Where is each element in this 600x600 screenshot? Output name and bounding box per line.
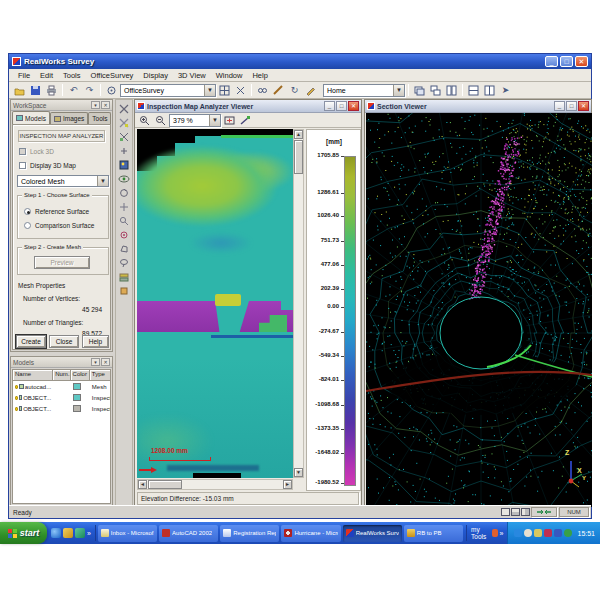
task-inbox[interactable]: Inbox - Microsof... [98, 525, 157, 542]
table-row[interactable]: autocad... Mesh [13, 381, 110, 392]
viewer-close-icon[interactable]: ✕ [348, 101, 359, 111]
col-type[interactable]: Type [90, 370, 110, 380]
mytools-toolbar[interactable]: my Tools » [466, 525, 507, 541]
edit-pen-icon[interactable] [303, 83, 318, 97]
task-autocad[interactable]: AutoCAD 2002 [159, 525, 218, 542]
open-icon[interactable] [12, 83, 27, 97]
quick-launch-overflow-icon[interactable]: » [87, 530, 91, 537]
preview-button[interactable]: Preview [34, 256, 90, 269]
cascade-windows-icon[interactable] [428, 83, 443, 97]
tab-tools[interactable]: Tools [88, 112, 111, 124]
viewer-close-icon[interactable]: ✕ [578, 101, 589, 111]
measure-map-icon[interactable] [238, 113, 253, 127]
start-button[interactable]: start [0, 522, 47, 544]
scroll-right-icon[interactable]: ► [283, 480, 292, 489]
view-combobox[interactable]: Home ▼ [323, 84, 405, 97]
print-icon[interactable] [44, 83, 59, 97]
new-window-icon[interactable] [412, 83, 427, 97]
measure-icon[interactable] [271, 83, 286, 97]
link-icon[interactable] [255, 83, 270, 97]
chevron-down-icon[interactable]: ▼ [393, 85, 404, 96]
tray-volume-icon[interactable] [524, 529, 532, 537]
split-horizontal-icon[interactable] [466, 83, 481, 97]
tray-network-icon[interactable] [514, 529, 522, 537]
tray-update-icon[interactable] [534, 529, 542, 537]
title-bar[interactable]: RealWorks Survey _ □ ✕ [9, 54, 591, 69]
image-tool-icon[interactable] [117, 158, 131, 171]
scroll-up-icon[interactable]: ▲ [294, 130, 303, 139]
horizontal-scroll-thumb[interactable] [148, 480, 182, 489]
officesurvey-combobox[interactable]: OfficeSurvey ▼ [120, 84, 216, 97]
horizontal-scrollbar[interactable]: ◄ ► [137, 479, 293, 490]
minimize-button[interactable]: _ [545, 56, 558, 67]
close-button[interactable]: ✕ [575, 56, 588, 67]
reference-surface-radio[interactable] [24, 208, 31, 215]
tray-antivirus-icon[interactable] [544, 529, 552, 537]
menu-window[interactable]: Window [211, 71, 248, 80]
maximize-button[interactable]: □ [560, 56, 573, 67]
display3dmap-checkbox[interactable] [19, 162, 26, 169]
undo-icon[interactable]: ↶ [66, 83, 81, 97]
rotate-view-icon[interactable] [117, 186, 131, 199]
chevron-down-icon[interactable]: ▼ [204, 85, 215, 96]
box-tool-icon[interactable] [117, 284, 131, 297]
layout-split-icon[interactable] [511, 508, 520, 516]
viewer-minimize-icon[interactable]: _ [324, 101, 335, 111]
chevron-down-icon[interactable]: ▼ [97, 176, 108, 186]
tray-shield-icon[interactable] [564, 529, 572, 537]
layout-single-icon[interactable] [501, 508, 510, 516]
segment-keep-icon[interactable] [117, 116, 131, 129]
sync-views-icon[interactable] [531, 507, 557, 517]
workspace-panel-titlebar[interactable]: WorkSpace ▾ ✕ [11, 100, 112, 111]
table-row[interactable]: OBJECT... Inspectio [13, 403, 110, 414]
tile-windows-icon[interactable] [444, 83, 459, 97]
scroll-left-icon[interactable]: ◄ [138, 480, 147, 489]
create-button[interactable]: Create [16, 335, 46, 348]
scroll-down-icon[interactable]: ▼ [294, 468, 303, 477]
grid-icon[interactable] [217, 83, 232, 97]
save-icon[interactable] [28, 83, 43, 97]
help-pointer-icon[interactable]: ➤ [498, 83, 513, 97]
col-num[interactable]: Num... [53, 370, 70, 380]
fit-view-icon[interactable] [222, 113, 237, 127]
task-rb-to-pb[interactable]: RB to PB [404, 525, 463, 542]
zoom-view-icon[interactable] [117, 214, 131, 227]
segment-out-icon[interactable] [117, 144, 131, 157]
polygon-tool-icon[interactable] [117, 242, 131, 255]
vertical-scroll-thumb[interactable] [294, 140, 303, 174]
models-panel-titlebar[interactable]: Models ▾ ✕ [11, 357, 112, 368]
visibility-bulb-icon[interactable] [15, 396, 18, 400]
close-mesh-button[interactable]: Close [49, 335, 79, 348]
tray-display-icon[interactable] [554, 529, 562, 537]
elevation-map-canvas[interactable]: 1208.00 mm [137, 129, 293, 478]
tab-models[interactable]: Models [12, 111, 50, 124]
help-button[interactable]: Help [82, 335, 109, 348]
segment-in-icon[interactable] [117, 130, 131, 143]
target-icon[interactable] [104, 83, 119, 97]
visibility-bulb-icon[interactable] [15, 407, 18, 411]
eye-view-icon[interactable] [117, 172, 131, 185]
col-color[interactable]: Color [71, 370, 90, 380]
desktop-icon[interactable] [63, 528, 73, 538]
chevron-down-icon[interactable]: ▼ [209, 115, 220, 126]
layers-tool-icon[interactable] [117, 270, 131, 283]
col-name[interactable]: Name [13, 370, 53, 380]
map-viewer-titlebar[interactable]: Inspection Map Analyzer Viewer _ □ ✕ [135, 100, 361, 113]
task-realworks[interactable]: RealWorks Survey [343, 525, 402, 542]
viewer-minimize-icon[interactable]: _ [554, 101, 565, 111]
zoom-level-combobox[interactable]: 379 % ▼ [169, 114, 221, 127]
lasso-tool-icon[interactable] [117, 256, 131, 269]
menu-help[interactable]: Help [247, 71, 272, 80]
panel-close-icon[interactable]: ✕ [101, 358, 110, 366]
zoom-in-icon[interactable] [137, 113, 152, 127]
redo-icon[interactable]: ↷ [82, 83, 97, 97]
media-icon[interactable] [75, 528, 85, 538]
panel-menu-icon[interactable]: ▾ [91, 358, 100, 366]
zoom-out-icon[interactable] [153, 113, 168, 127]
target-view-icon[interactable] [117, 228, 131, 241]
pan-view-icon[interactable] [117, 200, 131, 213]
cut-icon[interactable] [233, 83, 248, 97]
task-registration[interactable]: Registration Rep... [220, 525, 279, 542]
tab-images[interactable]: Images [50, 112, 88, 124]
lock3d-checkbox[interactable] [19, 148, 26, 155]
